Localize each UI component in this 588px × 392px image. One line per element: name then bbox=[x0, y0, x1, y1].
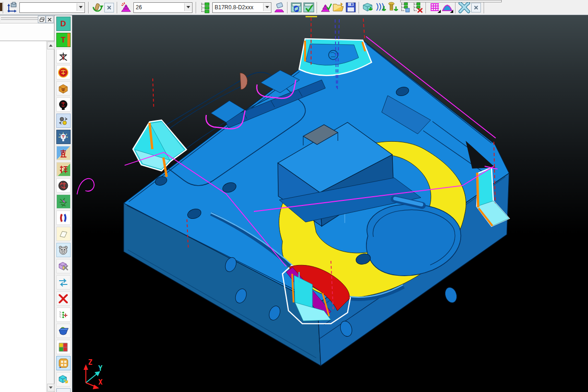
grid-magenta-icon[interactable] bbox=[428, 1, 441, 14]
countersink bbox=[240, 73, 247, 90]
tree-import-icon[interactable] bbox=[399, 1, 411, 14]
layer-combobox[interactable]: 26 bbox=[133, 2, 192, 13]
cube-export-button[interactable] bbox=[56, 372, 71, 386]
dock-content[interactable] bbox=[0, 41, 54, 392]
toolbar-separator bbox=[426, 2, 426, 13]
left-dock-panel bbox=[0, 15, 54, 392]
toolbar-separator bbox=[317, 2, 318, 13]
t-block-label: T bbox=[61, 36, 66, 44]
gears-swap-button[interactable] bbox=[56, 114, 71, 128]
calculator-refresh-icon[interactable] bbox=[290, 1, 302, 14]
d-block-label: D bbox=[60, 20, 66, 28]
toolbar-separator bbox=[359, 2, 360, 13]
eraser-stack-icon[interactable] bbox=[273, 1, 285, 14]
window-grid-button[interactable] bbox=[56, 356, 71, 370]
lamp-on-button[interactable] bbox=[56, 130, 71, 144]
tree-delete-icon[interactable] bbox=[411, 1, 424, 14]
label-button[interactable] bbox=[56, 162, 71, 176]
calculator-check-icon[interactable] bbox=[302, 1, 315, 14]
delete-button[interactable] bbox=[56, 291, 71, 306]
select-button[interactable] bbox=[56, 194, 71, 209]
scroll-up-button[interactable] bbox=[47, 42, 54, 49]
pyramid-check-icon[interactable] bbox=[319, 1, 332, 14]
toolbar-separator bbox=[117, 2, 118, 13]
attribute-box-button[interactable] bbox=[56, 81, 71, 96]
axis-z-label: Z bbox=[88, 358, 92, 367]
dock-scrollbar[interactable] bbox=[46, 41, 54, 392]
axis-y-label: Y bbox=[98, 364, 102, 373]
view-csys-icon[interactable] bbox=[6, 1, 18, 14]
bear-face-button[interactable] bbox=[56, 243, 71, 257]
tool-combobox[interactable]: B17R0.8-D2xxx bbox=[212, 2, 271, 13]
dock-toolbar-area bbox=[0, 24, 54, 41]
tool-value: B17R0.8-D2xxx bbox=[215, 4, 269, 11]
layer-value: 26 bbox=[136, 4, 190, 11]
toolbar-separator bbox=[3, 2, 4, 13]
clamp-button[interactable] bbox=[56, 49, 71, 63]
scroll-down-button[interactable] bbox=[47, 384, 54, 392]
axis-x-label: X bbox=[98, 378, 102, 386]
plane-button[interactable] bbox=[56, 227, 71, 241]
lamp-off-button[interactable] bbox=[56, 97, 71, 112]
toolbar-separator bbox=[196, 2, 197, 13]
pyramid-layers-icon[interactable] bbox=[120, 1, 132, 14]
toolbar-separator bbox=[484, 2, 485, 13]
dock-restore-button[interactable] bbox=[38, 16, 46, 23]
toolbar-separator bbox=[88, 2, 89, 13]
save-icon[interactable] bbox=[344, 1, 357, 14]
screw-import-icon[interactable] bbox=[386, 1, 399, 14]
lantern-button[interactable] bbox=[56, 65, 71, 79]
bowl-ball-button[interactable] bbox=[56, 324, 71, 338]
dock-close-button[interactable] bbox=[46, 16, 54, 23]
viewport-3d[interactable]: Z Y X bbox=[72, 15, 588, 392]
profiles-import-icon[interactable] bbox=[374, 1, 386, 14]
box-import-icon[interactable] bbox=[361, 1, 374, 14]
color-button[interactable] bbox=[56, 146, 71, 160]
d-block-button[interactable]: D bbox=[56, 17, 71, 31]
mosaic-chart-button[interactable] bbox=[56, 340, 71, 354]
folder-open-icon[interactable] bbox=[332, 1, 344, 14]
tool-dropdown-arrow[interactable] bbox=[263, 3, 270, 11]
toolbar-separator bbox=[455, 2, 456, 13]
dock-grip bbox=[1, 19, 38, 21]
partial-icon bbox=[0, 3, 2, 11]
dock-header[interactable] bbox=[0, 15, 54, 24]
axis-triad: Z Y X bbox=[84, 358, 102, 389]
tree-config-button[interactable] bbox=[56, 308, 71, 322]
toolbar-separator bbox=[287, 2, 288, 13]
scissors-icon[interactable] bbox=[458, 1, 470, 14]
tool-rotate-icon[interactable] bbox=[91, 1, 103, 14]
strip-close-button[interactable] bbox=[56, 388, 71, 392]
cube-hide-button[interactable] bbox=[56, 259, 71, 273]
docked-panel-edge bbox=[400, 0, 502, 2]
t-block-button[interactable]: T bbox=[56, 33, 71, 47]
view-state-combobox[interactable] bbox=[19, 2, 85, 13]
move-button[interactable] bbox=[56, 178, 71, 193]
clear-view-button[interactable] bbox=[104, 3, 114, 12]
layer-dropdown-arrow[interactable] bbox=[184, 3, 192, 11]
view-state-dropdown-arrow[interactable] bbox=[77, 3, 84, 11]
dome-mesh-icon[interactable] bbox=[441, 1, 453, 14]
swap-arrows-button[interactable] bbox=[56, 275, 71, 289]
tree-structure-icon[interactable] bbox=[198, 1, 211, 14]
mold-model-canvas[interactable]: Z Y X bbox=[72, 15, 588, 392]
close-toolbar-button[interactable] bbox=[471, 3, 481, 12]
curvature-compare-button[interactable] bbox=[56, 211, 71, 225]
side-icon-toolbar: D T bbox=[54, 15, 72, 392]
